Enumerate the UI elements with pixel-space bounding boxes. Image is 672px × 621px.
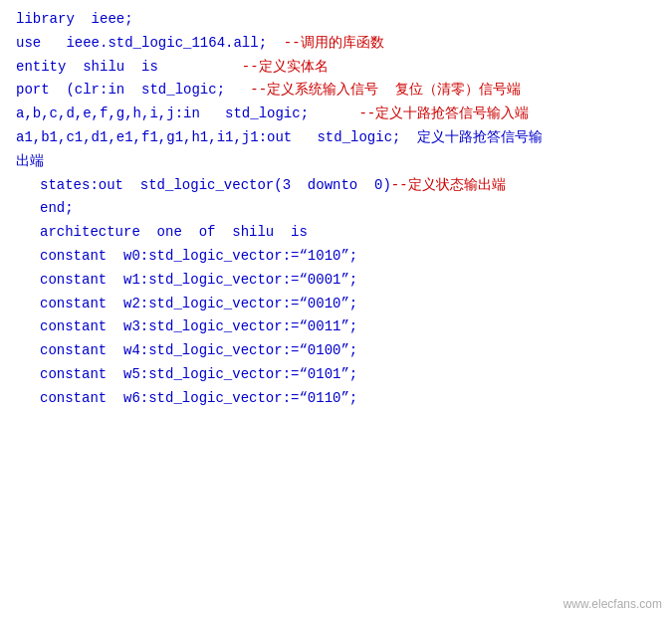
code-line-10: constant w0:std_logic_vector:=“1010”; xyxy=(16,245,656,269)
code-line-4: port (clr:in std_logic; --定义系统输入信号 复位（清零… xyxy=(16,79,656,103)
code-line-3: entity shilu is --定义实体名 xyxy=(16,56,656,80)
code-line-11: constant w1:std_logic_vector:=“0001”; xyxy=(16,269,656,293)
code-line-1: library ieee; xyxy=(16,8,656,32)
code-line-2: use ieee.std_logic_1164.all; --调用的库函数 xyxy=(16,32,656,56)
comment-2: --调用的库函数 xyxy=(284,35,384,51)
code-line-14: constant w4:std_logic_vector:=“0100”; xyxy=(16,339,656,363)
comment-3: --定义实体名 xyxy=(242,59,329,75)
code-line-9: architecture one of shilu is xyxy=(16,221,656,245)
code-line-13: constant w3:std_logic_vector:=“0011”; xyxy=(16,315,656,339)
code-line-12: constant w2:std_logic_vector:=“0010”; xyxy=(16,293,656,316)
code-container: library ieee; use ieee.std_logic_1164.al… xyxy=(0,0,672,419)
code-line-7: states:out std_logic_vector(3 downto 0)-… xyxy=(16,174,656,198)
code-line-8: end; xyxy=(16,197,656,221)
watermark: www.elecfans.com xyxy=(563,597,662,611)
comment-4: --定义系统输入信号 复位（清零）信号端 xyxy=(250,82,521,98)
code-line-5: a,b,c,d,e,f,g,h,i,j:in std_logic; --定义十路… xyxy=(16,103,656,126)
code-line-16: constant w6:std_logic_vector:=“0110”; xyxy=(16,387,656,411)
code-line-6: a1,b1,c1,d1,e1,f1,g1,h1,i1,j1:out std_lo… xyxy=(16,126,656,174)
comment-7: --定义状态输出端 xyxy=(391,177,506,193)
code-line-15: constant w5:std_logic_vector:=“0101”; xyxy=(16,363,656,387)
comment-5: --定义十路抢答信号输入端 xyxy=(358,105,529,121)
